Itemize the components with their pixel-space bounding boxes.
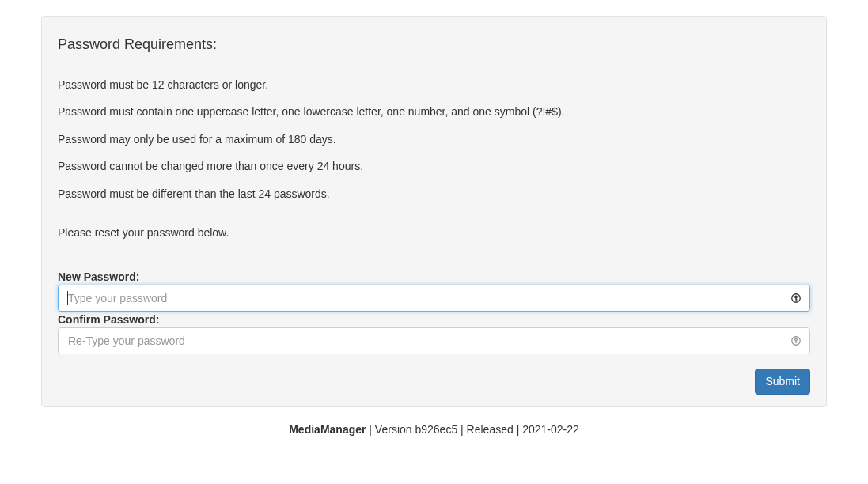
requirement-item: Password may only be used for a maximum … [58,132,810,148]
button-row: Submit [58,369,810,395]
password-panel: Password Requirements: Password must be … [41,16,827,407]
requirements-list: Password must be 12 characters or longer… [58,78,810,202]
new-password-label: New Password: [58,270,810,283]
requirement-item: Password must contain one uppercase lett… [58,104,810,120]
confirm-password-group: Confirm Password: [58,313,810,354]
new-password-group: New Password: [58,270,810,312]
footer-version: b926ec5 [415,423,457,436]
footer-sep2: | Released | [457,423,522,436]
footer-app-name: MediaManager [289,423,366,436]
requirement-item: Password must be different than the last… [58,187,810,202]
submit-button[interactable]: Submit [755,369,810,395]
footer: MediaManager | Version b926ec5 | Release… [0,407,868,452]
confirm-password-label: Confirm Password: [58,313,810,326]
key-icon [790,335,802,347]
requirement-item: Password cannot be changed more than onc… [58,159,810,175]
instruction-text: Please reset your password below. [58,226,810,239]
footer-sep1: | Version [366,423,415,436]
footer-date: 2021-02-22 [522,423,579,436]
confirm-password-input-wrap [58,327,810,354]
requirement-item: Password must be 12 characters or longer… [58,78,810,93]
key-icon [790,292,802,304]
svg-point-1 [795,296,798,298]
new-password-input[interactable] [58,285,810,312]
new-password-input-wrap [58,285,810,312]
text-caret [67,291,68,305]
svg-point-5 [795,338,798,341]
confirm-password-input[interactable] [58,327,810,354]
panel-heading: Password Requirements: [58,36,810,54]
